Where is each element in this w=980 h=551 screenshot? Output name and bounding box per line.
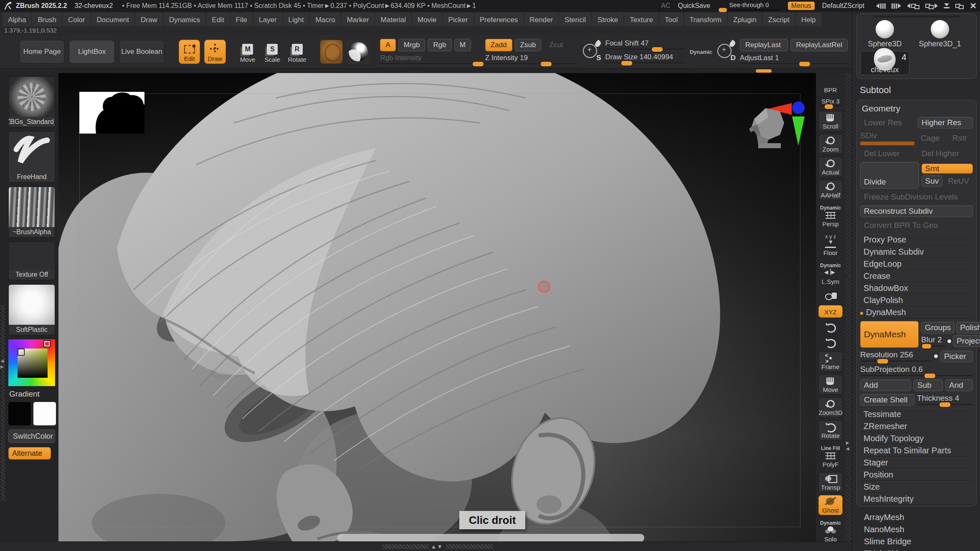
alpha-selector[interactable]: ~BrushAlpha	[8, 187, 55, 238]
brush-selector[interactable]: ZBGs_Standard_	[8, 76, 55, 127]
tool-item-sphere3d[interactable]: Sphere3D 4 cheveux	[860, 20, 909, 75]
smt-button[interactable]: Smt	[922, 164, 973, 174]
ghost-button[interactable]: Ghost	[818, 495, 843, 515]
stroke-curve-d-icon[interactable]: D	[717, 40, 736, 63]
material-selector[interactable]: SoftPlastic	[8, 284, 55, 335]
sub-button[interactable]: Sub	[914, 379, 943, 391]
section-stager[interactable]: Stager	[860, 457, 973, 469]
collapse-left-tray-icon[interactable]	[876, 3, 886, 9]
zoom-button[interactable]: Zoom	[818, 134, 843, 154]
current-material-button[interactable]	[347, 40, 369, 64]
spix-slider[interactable]: SPix 3	[818, 98, 843, 108]
menu-zscript[interactable]: Zscript	[763, 13, 795, 26]
frame-button[interactable]: Frame	[818, 351, 843, 372]
aahalf-button[interactable]: AAHalf	[818, 180, 843, 200]
edit-mode-button[interactable]: Edit	[179, 40, 200, 64]
suv-button[interactable]: Suv	[922, 175, 943, 187]
restore-icon[interactable]	[955, 3, 964, 9]
see-through-slider[interactable]: See-through 0	[718, 1, 780, 11]
transp-button[interactable]: Transp	[818, 472, 843, 492]
texture-selector[interactable]: Texture Off	[8, 242, 55, 280]
dynamic-draw-size-toggle[interactable]: Dynamic	[690, 49, 712, 55]
geometry-header[interactable]: Geometry	[862, 104, 973, 114]
floor-button[interactable]: x y z Floor	[818, 232, 843, 258]
replay-last-rel-button[interactable]: ReplayLastRel	[790, 39, 848, 51]
menu-brush[interactable]: Brush	[32, 13, 61, 26]
menu-document[interactable]: Document	[91, 13, 134, 26]
menu-light[interactable]: Light	[283, 13, 309, 26]
bottom-divider-hatch-right[interactable]	[446, 544, 493, 549]
menu-alpha[interactable]: Alpha	[3, 13, 31, 26]
section-crease[interactable]: Crease	[860, 270, 973, 282]
section-zremesher[interactable]: ZRemesher	[860, 420, 973, 432]
window-layout-icon[interactable]	[907, 3, 919, 9]
cage-button[interactable]: Cage	[917, 132, 946, 144]
window-layout2-icon[interactable]	[925, 3, 938, 9]
tool-item-sphere3d-1[interactable]: Sphere3D_1	[915, 20, 965, 75]
freeze-subdivision-button[interactable]: Freeze SubDivision Levels	[860, 191, 973, 203]
menu-file[interactable]: File	[230, 13, 253, 26]
collapse-right-tray-icon[interactable]	[891, 3, 901, 9]
zoom3d-button[interactable]: Zoom3D	[818, 397, 843, 417]
home-page-button[interactable]: Home Page	[19, 40, 65, 63]
z-rotate-button[interactable]	[818, 336, 843, 349]
stroke-selector[interactable]: FreeHand	[8, 131, 55, 182]
rgb-intensity-slider[interactable]: Rgb Intensity	[380, 54, 481, 65]
blur-slider[interactable]: Blur 2	[921, 335, 946, 347]
y-rotate-button[interactable]	[818, 321, 843, 333]
persp-button[interactable]: Dynamic Persp	[818, 203, 843, 229]
actual-button[interactable]: Actual	[818, 157, 843, 177]
color-a-button[interactable]: A	[380, 39, 395, 51]
left-tray-resize-handle[interactable]: ◀▶	[1, 305, 5, 501]
menu-transform[interactable]: Transform	[684, 13, 727, 26]
divide-button[interactable]: Divide	[860, 162, 919, 189]
solo-button[interactable]: Dynamic Solo	[818, 518, 843, 541]
project-button[interactable]: Project	[953, 335, 980, 347]
menu-preferences[interactable]: Preferences	[474, 13, 524, 26]
menu-zplugin[interactable]: Zplugin	[728, 13, 762, 26]
resolution-curve-dot[interactable]	[934, 354, 938, 358]
rstr-button[interactable]: Rstr	[949, 132, 973, 144]
section-dynamic-subdiv[interactable]: Dynamic Subdiv	[860, 246, 973, 258]
menu-stencil[interactable]: Stencil	[559, 13, 591, 26]
zsub-button[interactable]: Zsub	[515, 39, 542, 51]
sdiv-slider[interactable]: SDiv	[860, 131, 914, 145]
menu-tool[interactable]: Tool	[659, 13, 683, 26]
alternate-button[interactable]: Alternate	[8, 447, 51, 460]
scroll-button[interactable]: Scroll	[818, 111, 843, 131]
draw-size-slider[interactable]: Draw Size 140.40994	[605, 53, 686, 64]
section-dynamesh[interactable]: DynaMesh	[860, 306, 973, 318]
resolution-slider[interactable]: Resolution 256	[860, 350, 932, 362]
rgb-button[interactable]: Rgb	[428, 39, 451, 51]
menu-render[interactable]: Render	[524, 13, 558, 26]
create-shell-button[interactable]: Create Shell	[860, 394, 914, 406]
menu-dynamics[interactable]: Dynamics	[164, 13, 206, 26]
and-button[interactable]: And	[945, 379, 973, 391]
reconstruct-subdiv-button[interactable]: Reconstruct Subdiv	[860, 205, 973, 217]
section-shadowbox[interactable]: ShadowBox	[860, 282, 973, 294]
convert-bpr-button[interactable]: Convert BPR To Geo	[860, 220, 973, 231]
section-meshintegrity[interactable]: MeshIntegrity	[860, 493, 973, 505]
canvas-horizontal-scrollbar[interactable]	[337, 534, 644, 541]
menu-texture[interactable]: Texture	[624, 13, 658, 26]
live-boolean-button[interactable]: Live Boolean	[119, 40, 165, 63]
menu-movie[interactable]: Movie	[412, 13, 442, 26]
z-intensity-slider[interactable]: Z Intensity 19	[485, 54, 578, 65]
rotate-mode-button[interactable]: R Rotate	[287, 40, 307, 64]
xyz-rotate-button[interactable]: XYZ	[818, 305, 843, 318]
del-lower-button[interactable]: Del Lower	[860, 148, 915, 159]
higher-res-button[interactable]: Higher Res	[918, 117, 973, 129]
bpr-button[interactable]: BPR	[818, 75, 843, 95]
menu-color[interactable]: Color	[63, 13, 91, 26]
reuv-button[interactable]: ReUV	[944, 175, 973, 187]
local-symmetry-button[interactable]: Dynamic L.Sym	[818, 260, 843, 286]
color-picker[interactable]	[8, 339, 55, 386]
section-repeat-to-similar[interactable]: Repeat To Similar Parts	[860, 445, 973, 457]
section-modify-topology[interactable]: Modify Topology	[860, 432, 973, 445]
menu-stroke[interactable]: Stroke	[592, 13, 623, 26]
menu-picker[interactable]: Picker	[443, 13, 473, 26]
stroke-curve-s-icon[interactable]: S	[582, 40, 601, 63]
gradient-label[interactable]: Gradient	[9, 389, 56, 399]
subprojection-slider[interactable]: SubProjection 0.6	[860, 365, 973, 377]
orientation-head-gizmo[interactable]	[748, 105, 789, 149]
